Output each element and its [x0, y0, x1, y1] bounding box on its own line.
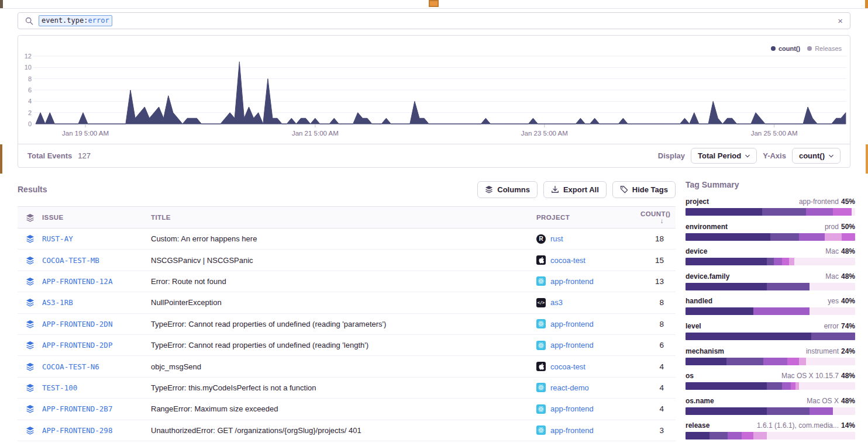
- issue-link[interactable]: COCOA-TEST-MB: [42, 256, 99, 265]
- tag-bar-segment[interactable]: [686, 258, 767, 265]
- tag-bar-segment[interactable]: [686, 283, 767, 290]
- tag-bar-segment[interactable]: [686, 358, 726, 365]
- tag-bar-segment[interactable]: [833, 208, 852, 216]
- export-all-button[interactable]: Export All: [543, 181, 607, 198]
- tag-bar-segment[interactable]: [726, 358, 764, 365]
- column-header-issue[interactable]: ISSUE: [42, 214, 151, 221]
- tag-distribution-bar[interactable]: [686, 333, 855, 340]
- project-link[interactable]: app-frontend: [550, 320, 594, 328]
- tag-bar-segment[interactable]: [767, 432, 855, 439]
- tag-bar-segment[interactable]: [753, 307, 810, 315]
- issue-link[interactable]: TEST-100: [42, 383, 77, 392]
- display-dropdown[interactable]: Total Period: [691, 148, 757, 164]
- tag-bar-segment[interactable]: [799, 382, 855, 390]
- yaxis-dropdown[interactable]: count(): [792, 148, 841, 164]
- issue-link[interactable]: APP-FRONTEND-298: [42, 426, 112, 435]
- tag-distribution-bar[interactable]: [686, 382, 855, 390]
- table-row[interactable]: APP-FRONTEND-2DPTypeError: Cannot read p…: [18, 335, 676, 356]
- tag-bar-segment[interactable]: [753, 432, 767, 439]
- table-row[interactable]: APP-FRONTEND-298UnauthorizedError: GET /…: [18, 420, 676, 441]
- project-link[interactable]: app-frontend: [550, 404, 594, 413]
- table-row[interactable]: COCOA-TEST-MBNSCGSPanicv | NSCGSPaniccoc…: [18, 250, 676, 271]
- issue-link[interactable]: COCOA-TEST-N6: [42, 362, 99, 371]
- issue-link[interactable]: AS3-1RB: [42, 298, 73, 307]
- tag-bar-segment[interactable]: [686, 382, 767, 390]
- tag-distribution-bar[interactable]: [686, 283, 855, 290]
- tag-bar-segment[interactable]: [842, 233, 855, 241]
- project-link[interactable]: app-frontend: [550, 277, 594, 286]
- project-link[interactable]: app-frontend: [550, 341, 594, 349]
- table-row[interactable]: COCOA-TEST-N6objc_msgSendcocoa-test4: [18, 356, 676, 377]
- tag-bar-segment[interactable]: [787, 358, 799, 365]
- tag-bar-segment[interactable]: [767, 258, 774, 265]
- legend-releases[interactable]: Releases: [807, 45, 842, 52]
- column-header-project[interactable]: PROJECT: [536, 214, 640, 221]
- tag-bar-segment[interactable]: [806, 358, 855, 365]
- layers-icon[interactable]: [26, 213, 35, 222]
- issue-link[interactable]: APP-FRONTEND-2DN: [42, 320, 112, 328]
- project-link[interactable]: react-demo: [550, 383, 589, 392]
- column-header-title[interactable]: TITLE: [151, 214, 536, 221]
- tag-bar-segment[interactable]: [762, 208, 806, 216]
- table-row[interactable]: APP-FRONTEND-12AError: Route not foundap…: [18, 271, 676, 292]
- tag-distribution-bar[interactable]: [686, 358, 855, 365]
- tag-bar-segment[interactable]: [794, 258, 855, 265]
- table-row[interactable]: TEST-100TypeError: this.myCodeIsPerfect …: [18, 378, 676, 399]
- tag-bar-segment[interactable]: [770, 233, 799, 241]
- tag-bar-segment[interactable]: [767, 407, 810, 415]
- events-area-chart[interactable]: 024681012Jan 19 5:00 AMJan 21 5:00 AMJan…: [18, 36, 850, 144]
- clear-search-icon[interactable]: ×: [838, 16, 843, 25]
- legend-count[interactable]: count(): [771, 45, 800, 52]
- tag-bar-segment[interactable]: [709, 432, 728, 439]
- tag-bar-segment[interactable]: [810, 407, 833, 415]
- tag-distribution-bar[interactable]: [686, 432, 855, 439]
- tag-bar-segment[interactable]: [810, 283, 855, 290]
- tag-bar-segment[interactable]: [810, 307, 855, 315]
- tag-bar-segment[interactable]: [767, 283, 810, 290]
- tag-distribution-bar[interactable]: [686, 407, 855, 415]
- tag-bar-segment[interactable]: [799, 358, 806, 365]
- tag-bar-segment[interactable]: [833, 407, 855, 415]
- tag-bar-segment[interactable]: [728, 432, 741, 439]
- issue-link[interactable]: APP-FRONTEND-2B7: [42, 404, 112, 413]
- project-link[interactable]: rust: [550, 234, 563, 243]
- columns-button[interactable]: Columns: [477, 181, 538, 198]
- search-query-token[interactable]: event.type:error: [39, 15, 112, 26]
- tag-bar-segment[interactable]: [686, 407, 767, 415]
- tag-bar-segment[interactable]: [806, 208, 833, 216]
- table-row[interactable]: RUST-AYCustom: An error happens hereRrus…: [18, 229, 676, 250]
- tag-bar-segment[interactable]: [825, 233, 842, 241]
- table-row[interactable]: APP-FRONTEND-2DNTypeError: Cannot read p…: [18, 314, 676, 335]
- tag-bar-segment[interactable]: [686, 432, 709, 439]
- table-row[interactable]: AS3-1RBNullPointerException</>as38: [18, 292, 676, 313]
- tag-bar-segment[interactable]: [811, 333, 855, 340]
- issue-link[interactable]: APP-FRONTEND-12A: [42, 277, 112, 286]
- project-link[interactable]: cocoa-test: [550, 256, 585, 265]
- tag-bar-segment[interactable]: [767, 382, 782, 390]
- tag-bar-segment[interactable]: [782, 258, 789, 265]
- tag-bar-segment[interactable]: [686, 233, 770, 241]
- project-link[interactable]: app-frontend: [550, 426, 594, 435]
- table-row[interactable]: APP-FRONTEND-2B7RangeError: Maximum size…: [18, 399, 676, 420]
- tag-bar-segment[interactable]: [742, 432, 753, 439]
- tag-bar-segment[interactable]: [789, 258, 794, 265]
- project-link[interactable]: as3: [550, 298, 563, 307]
- issue-link[interactable]: RUST-AY: [42, 234, 73, 243]
- tag-bar-segment[interactable]: [686, 208, 762, 216]
- hide-tags-button[interactable]: Hide Tags: [612, 181, 676, 198]
- tag-bar-segment[interactable]: [791, 382, 796, 390]
- column-header-count[interactable]: COUNT() ↓: [640, 210, 676, 224]
- tag-distribution-bar[interactable]: [686, 307, 855, 315]
- tag-bar-segment[interactable]: [686, 307, 753, 315]
- tag-bar-segment[interactable]: [782, 382, 791, 390]
- tag-distribution-bar[interactable]: [686, 233, 855, 241]
- tag-bar-segment[interactable]: [799, 233, 825, 241]
- project-link[interactable]: cocoa-test: [550, 362, 585, 371]
- tag-distribution-bar[interactable]: [686, 208, 855, 216]
- tag-distribution-bar[interactable]: [686, 258, 855, 265]
- tag-bar-segment[interactable]: [774, 258, 783, 265]
- issue-link[interactable]: APP-FRONTEND-2DP: [42, 341, 112, 349]
- search-bar[interactable]: event.type:error ×: [18, 12, 850, 29]
- tag-bar-segment[interactable]: [852, 208, 855, 216]
- tag-bar-segment[interactable]: [763, 358, 787, 365]
